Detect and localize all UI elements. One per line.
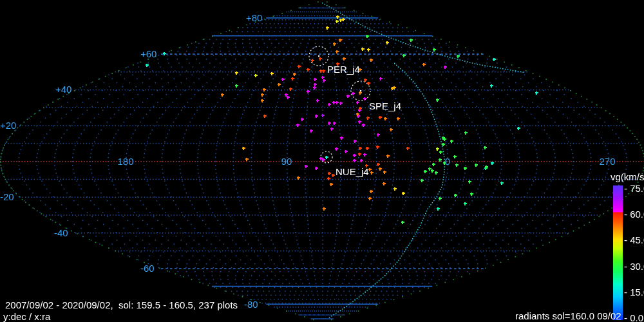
shower-label: PER_j4 [327,64,360,74]
status-radiants-sol: radiants sol=160.0 09/02 [515,310,621,321]
dec-axis-label: +40 [55,84,71,94]
dec-axis-label: +80 [246,13,262,23]
dec-axis-label: -60 [140,263,155,273]
colorbar-tick-label: - 30.0 [624,261,644,272]
colorbar-title: vg(km/s) [611,171,644,182]
ra-axis-label: 270 [599,156,615,166]
dec-axis-label: -80 [244,299,258,309]
ra-axis-label: 90 [281,156,292,166]
dec-axis-label: +60 [140,49,156,59]
velocity-colorbar [613,185,623,320]
status-date-range: 2007/09/02 - 2020/09/02, sol: 159.5 - 16… [5,299,238,310]
colorbar-tick-label: - 60.0 [624,209,644,220]
dec-axis-label: -40 [54,228,68,238]
colorbar-tick-label: - 45.0 [624,234,644,245]
shower-label: SPE_j4 [369,101,401,111]
radiant-map-window: +80+60+40+20-20-40-60-80180900270PER_j4S… [0,0,644,322]
colorbar-tick-label: - 0.0 [624,312,643,322]
sky-map-canvas[interactable] [0,0,644,322]
ra-axis-label: 180 [117,156,133,166]
ra-axis-label: 0 [445,156,450,166]
colorbar-tick-label: - 75.0 [624,183,644,194]
status-axis-legend: y:dec / x:ra [3,311,50,322]
colorbar-tick-label: - 15.0 [624,287,644,298]
dec-axis-label: +20 [0,120,16,130]
shower-label: NUE_j4 [336,167,369,176]
dec-axis-label: -20 [0,192,14,202]
